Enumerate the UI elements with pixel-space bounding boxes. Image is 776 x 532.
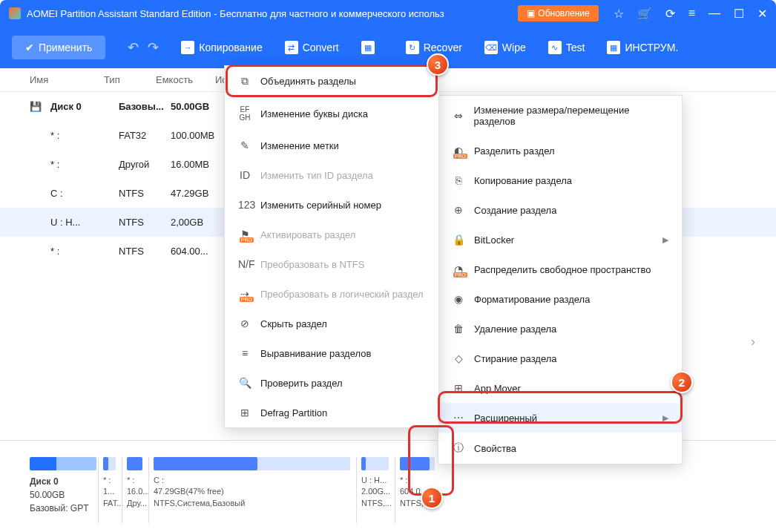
cart-icon[interactable]: 🛒 <box>637 7 652 21</box>
menu-logical[interactable]: ⇢PROПреобразовать в логический раздел <box>225 279 438 309</box>
menu-resize[interactable]: ⇔Изменение размера/перемещение разделов <box>438 96 682 136</box>
menu-copy[interactable]: ⎘Копирование раздела <box>438 165 682 195</box>
minimize-icon[interactable]: — <box>708 7 720 20</box>
test-tool[interactable]: ∿Test <box>548 41 585 54</box>
menu-defrag[interactable]: ⊞Defrag Partition <box>225 398 438 427</box>
menu-label[interactable]: ✎Изменение метки <box>225 131 438 160</box>
partition-block[interactable]: * :1...FAT... <box>98 457 120 523</box>
wipe-tool[interactable]: ⌫Wipe <box>484 41 526 54</box>
menu-allocate[interactable]: ◔PROРаспределить свободное пространство <box>438 254 682 284</box>
close-icon[interactable]: ✕ <box>757 7 767 21</box>
partition-block[interactable]: U : H...2.00G...NTFS,... <box>356 457 393 523</box>
menu-check[interactable]: 🔍Проверить раздел <box>225 368 438 398</box>
toolbar: ✔ Применить ↶↷ →Копирование ⇄Convert ▦ ↻… <box>0 27 776 68</box>
partition-block[interactable]: C :47.29GB(47% free)NTFS,Система,Базовый <box>148 457 355 523</box>
chevron-right-icon[interactable]: › <box>751 334 755 349</box>
apply-button[interactable]: ✔ Применить <box>12 36 105 59</box>
copy-tool[interactable]: →Копирование <box>181 41 262 54</box>
menu-id[interactable]: IDИзменить тип ID раздела <box>225 160 438 190</box>
convert-tool[interactable]: ⇄Convert <box>285 41 339 54</box>
titlebar: AOMEI Partition Assistant Standard Editi… <box>0 0 776 27</box>
context-menu-advanced: ⧉Объединять разделы EFGHИзменение буквы … <box>224 65 439 428</box>
menu-properties[interactable]: ⓘСвойства <box>438 433 682 464</box>
hidden-tool[interactable]: ▦ <box>361 41 384 54</box>
menu-appmover[interactable]: ⊞App Mover <box>438 373 682 403</box>
redo-icon[interactable]: ↷ <box>148 39 159 56</box>
menu-delete[interactable]: 🗑Удаление раздела <box>438 314 682 344</box>
menu-advanced[interactable]: ⋯Расширенный▶ <box>438 403 682 433</box>
recover-tool[interactable]: ↻Recover <box>406 41 462 54</box>
menu-serial[interactable]: 123Изменить серийный номер <box>225 190 438 220</box>
maximize-icon[interactable]: ☐ <box>734 7 744 21</box>
undo-icon[interactable]: ↶ <box>128 39 139 56</box>
annotation-badge: 2 <box>671 371 693 393</box>
menu-ntfs[interactable]: N/FПреобразовать в NTFS <box>225 249 438 279</box>
disk-summary: Диск 0 50.00GB Базовый: GPT <box>30 457 96 523</box>
annotation-badge: 3 <box>427 53 449 76</box>
menu-wipe[interactable]: ◇Стирание раздела <box>438 344 682 373</box>
instrum-tool[interactable]: ▦ИНСТРУМ. <box>607 41 678 54</box>
menu-create[interactable]: ⊕Создание раздела <box>438 195 682 225</box>
menu-bitlocker[interactable]: 🔒BitLocker▶ <box>438 225 682 254</box>
upgrade-button[interactable]: ▣ Обновление <box>518 5 598 22</box>
menu-drive-letter[interactable]: EFGHИзменение буквы диска <box>225 96 438 131</box>
window-title: AOMEI Partition Assistant Standard Editi… <box>27 8 518 19</box>
menu-icon[interactable]: ≡ <box>688 7 695 20</box>
context-menu-primary: ⇔Изменение размера/перемещение разделов … <box>438 95 683 464</box>
annotation-badge: 1 <box>421 487 443 509</box>
menu-align[interactable]: ≡Выравнивание разделов <box>225 338 438 368</box>
disk-icon: 💾 <box>30 101 45 112</box>
star-icon[interactable]: ☆ <box>614 7 624 21</box>
menu-split[interactable]: ◐PROРазделить раздел <box>438 136 682 165</box>
menu-format[interactable]: ◉Форматирование раздела <box>438 284 682 314</box>
app-logo <box>9 7 21 19</box>
menu-activate[interactable]: ⚑PROАктивировать раздел <box>225 220 438 249</box>
menu-hide[interactable]: ⊘Скрыть раздел <box>225 309 438 338</box>
menu-merge[interactable]: ⧉Объединять разделы <box>225 66 438 96</box>
refresh-icon[interactable]: ⟳ <box>665 7 675 21</box>
partition-block[interactable]: * :16.0...Дру... <box>122 457 147 523</box>
